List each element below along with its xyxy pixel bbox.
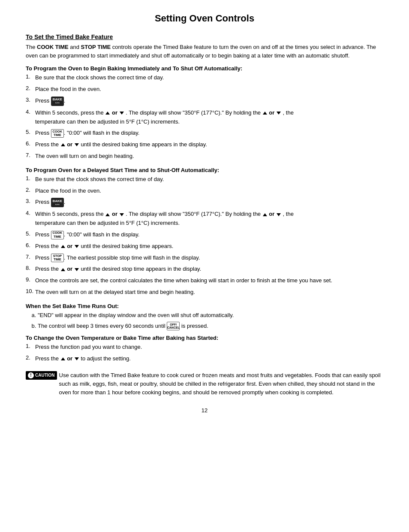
arrow-down-icon7 <box>75 268 79 271</box>
arrow-down-icon8 <box>75 357 79 360</box>
step-2a-9: 9. Once the controls are set, the contro… <box>26 276 383 285</box>
step-2a-7: 7. Press STOPTIME. The earliest possible… <box>26 254 383 263</box>
caution-block: !CAUTION Use caution with the Timed Bake… <box>26 371 383 397</box>
arrow-up-icon7 <box>61 268 65 271</box>
subsection3-list: "END" will appear in the display window … <box>38 311 383 331</box>
subsection3-item-b: The control will beep 3 times every 60 s… <box>38 322 383 331</box>
arrow-up-icon <box>105 112 110 115</box>
step-1a-5: 5. Press COOKTIME. "0:00" will flash in … <box>26 129 383 138</box>
step-2a-4: 4. Within 5 seconds, press the or . The … <box>26 210 383 228</box>
arrow-down-icon3 <box>75 143 79 146</box>
step-2a-6: 6. Press the or until the desired baking… <box>26 242 383 251</box>
step-2a-3: 3. Press BAKE^^^. <box>26 198 383 207</box>
step-1a-1: 1. Be sure that the clock shows the corr… <box>26 73 383 82</box>
step-1a-2: 2. Place the food in the oven. <box>26 85 383 94</box>
step-2a-5: 5. Press COOKTIME. "0:00" will flash in … <box>26 230 383 239</box>
bake-button-icon: BAKE^^^ <box>51 97 64 106</box>
arrow-up-icon5 <box>263 213 267 216</box>
step-2a-2: 2. Place the food in the oven. <box>26 187 383 196</box>
page-number: 12 <box>26 407 383 414</box>
page-title: Setting Oven Controls <box>26 13 383 24</box>
arrow-up-icon3 <box>61 143 65 146</box>
step-1a-3: 3. Press BAKE^^^. <box>26 97 383 106</box>
arrow-up-icon4 <box>105 213 110 216</box>
caution-text: Use caution with the Timed Bake feature … <box>59 371 383 397</box>
arrow-down-icon2 <box>277 112 281 115</box>
arrow-up-icon8 <box>61 357 65 360</box>
step-4a-2: 2. Press the or to adjust the setting. <box>26 354 383 363</box>
step-4a-1: 1. Press the function pad you want to ch… <box>26 343 383 352</box>
arrow-down-icon <box>120 112 124 115</box>
subsection4-title: To Change the Oven Temperature or Bake T… <box>26 335 383 341</box>
step-2a-10: 10. The oven will turn on at the delayed… <box>26 288 383 297</box>
subsection3-title: When the Set Bake Time Runs Out: <box>26 303 383 309</box>
caution-icon: ! <box>28 372 34 378</box>
stop-time-button-icon: STOPTIME <box>51 254 64 262</box>
step-1a-6: 6. Press the or until the desired baking… <box>26 140 383 149</box>
arrow-down-icon4 <box>120 213 124 216</box>
section-timed-bake: To Set the Timed Bake Feature The COOK T… <box>26 33 383 397</box>
subsection3-item-a: "END" will appear in the display window … <box>38 311 383 320</box>
caution-badge: !CAUTION <box>26 371 57 380</box>
intro-paragraph: The COOK TIME and STOP TIME controls ope… <box>26 43 383 60</box>
step-2a-1: 1. Be sure that the clock shows the corr… <box>26 175 383 184</box>
off-cancel-button-icon: OFF/CANCEL <box>167 322 180 330</box>
arrow-down-icon6 <box>75 245 79 248</box>
subsection2-title: To Program Oven for a Delayed Start Time… <box>26 167 383 173</box>
arrow-up-icon6 <box>61 245 65 248</box>
step-1a-4: 4. Within 5 seconds, press the or . The … <box>26 109 383 127</box>
section-heading: To Set the Timed Bake Feature <box>26 33 383 40</box>
arrow-down-icon5 <box>277 213 281 216</box>
bake-button-icon2: BAKE^^^ <box>51 198 64 207</box>
cook-time-button-icon: COOKTIME <box>51 129 64 138</box>
step-1a-7: 7. The oven will turn on and begin heati… <box>26 152 383 161</box>
step-2a-8: 8. Press the or until the desired stop t… <box>26 265 383 274</box>
arrow-up-icon2 <box>263 112 267 115</box>
cook-time-button-icon2: COOKTIME <box>51 231 64 239</box>
subsection1-title: To Program the Oven to Begin Baking Imme… <box>26 65 383 72</box>
